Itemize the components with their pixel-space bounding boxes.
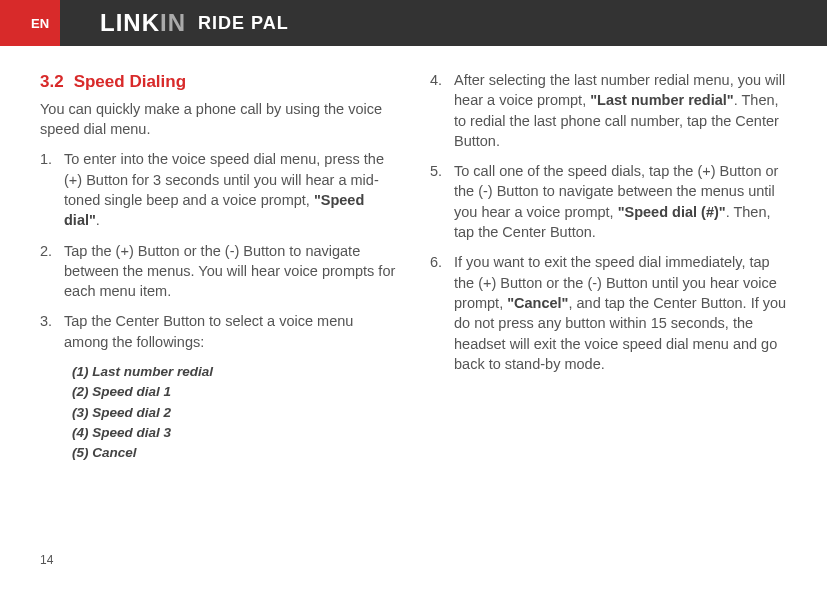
step-bold: "Cancel" (507, 295, 568, 311)
step-1: 1. To enter into the voice speed dial me… (40, 149, 400, 230)
step-bold: "Speed dial (#)" (618, 204, 726, 220)
right-column: 4. After selecting the last number redia… (430, 70, 790, 463)
step-4: 4. After selecting the last number redia… (430, 70, 790, 151)
brand-main: LINKIN (100, 9, 186, 37)
section-intro: You can quickly make a phone call by usi… (40, 99, 400, 140)
language-badge: EN (0, 0, 60, 46)
submenu-list: (1) Last number redial (2) Speed dial 1 … (40, 362, 400, 463)
brand-logo: LINKIN RIDE PAL (100, 9, 289, 37)
step-num: 2. (40, 241, 52, 261)
steps-list-right: 4. After selecting the last number redia… (430, 70, 790, 374)
submenu-item: (3) Speed dial 2 (72, 403, 400, 423)
step-num: 5. (430, 161, 442, 181)
step-text: Tap the Center Button to select a voice … (64, 313, 353, 349)
section-title: 3.2Speed Dialing (40, 70, 400, 94)
step-3: 3. Tap the Center Button to select a voi… (40, 311, 400, 352)
header-bar: EN LINKIN RIDE PAL (0, 0, 827, 46)
submenu-item: (2) Speed dial 1 (72, 382, 400, 402)
section-title-text: Speed Dialing (74, 72, 186, 91)
section-number: 3.2 (40, 72, 64, 91)
step-5: 5. To call one of the speed dials, tap t… (430, 161, 790, 242)
step-bold: "Last number redial" (590, 92, 733, 108)
brand-text-b: IN (160, 9, 186, 36)
step-num: 4. (430, 70, 442, 90)
submenu-item: (1) Last number redial (72, 362, 400, 382)
step-2: 2. Tap the (+) Button or the (-) Button … (40, 241, 400, 302)
step-num: 3. (40, 311, 52, 331)
brand-text-a: LINK (100, 9, 160, 36)
step-num: 1. (40, 149, 52, 169)
left-column: 3.2Speed Dialing You can quickly make a … (40, 70, 400, 463)
submenu-item: (4) Speed dial 3 (72, 423, 400, 443)
content-area: 3.2Speed Dialing You can quickly make a … (0, 46, 827, 463)
step-text: Tap the (+) Button or the (-) Button to … (64, 243, 395, 300)
brand-sub: RIDE PAL (198, 13, 289, 34)
page-number: 14 (40, 553, 53, 567)
step-text-b: . (96, 212, 100, 228)
submenu-item: (5) Cancel (72, 443, 400, 463)
step-6: 6. If you want to exit the speed dial im… (430, 252, 790, 374)
steps-list-left: 1. To enter into the voice speed dial me… (40, 149, 400, 352)
step-num: 6. (430, 252, 442, 272)
